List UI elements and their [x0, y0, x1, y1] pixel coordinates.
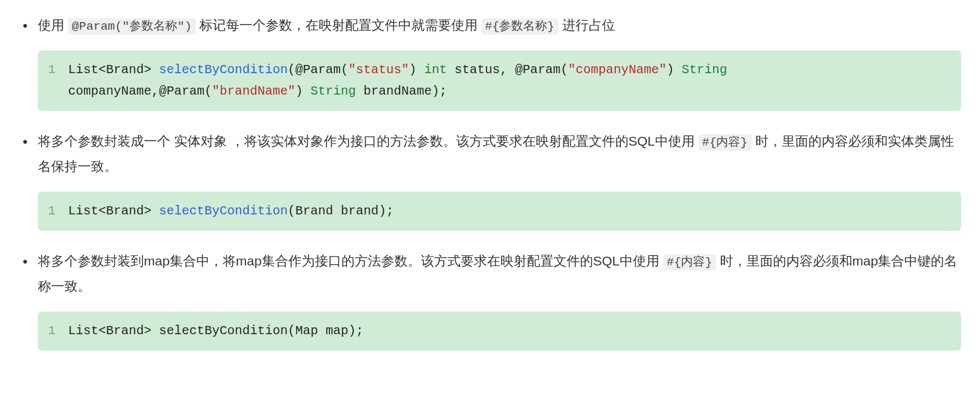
inline-code: #{参数名称} [481, 18, 558, 35]
list-item: 将多个参数封装到map集合中，将map集合作为接口的方法参数。该方式要求在映射配… [38, 248, 961, 351]
code-block-1: 1 List<Brand> selectByCondition(@Param("… [38, 50, 961, 111]
code-block-2: 1 List<Brand> selectByCondition(Brand br… [38, 192, 961, 231]
item-paragraph-3: 将多个参数封装到map集合中，将map集合作为接口的方法参数。该方式要求在映射配… [38, 248, 961, 299]
bullet-list: 使用 @Param("参数名称") 标记每一个参数，在映射配置文件中就需要使用 … [19, 13, 961, 351]
code-content-1: List<Brand> selectByCondition(@Param("st… [68, 59, 950, 102]
item-paragraph-2: 将多个参数封装成一个 实体对象 ，将该实体对象作为接口的方法参数。该方式要求在映… [38, 129, 961, 179]
item-paragraph-1: 使用 @Param("参数名称") 标记每一个参数，在映射配置文件中就需要使用 … [38, 13, 961, 38]
code-content-2: List<Brand> selectByCondition(Brand bran… [68, 201, 950, 222]
code-content-3: List<Brand> selectByCondition(Map map); [68, 320, 950, 342]
list-item: 将多个参数封装成一个 实体对象 ，将该实体对象作为接口的方法参数。该方式要求在映… [38, 129, 961, 231]
inline-code: @Param("参数名称") [68, 18, 196, 35]
line-number: 1 [38, 320, 68, 342]
list-item: 使用 @Param("参数名称") 标记每一个参数，在映射配置文件中就需要使用 … [38, 13, 961, 111]
line-number: 1 [38, 59, 68, 81]
inline-code: #{内容} [663, 254, 716, 271]
code-block-3: 1 List<Brand> selectByCondition(Map map)… [38, 312, 961, 351]
line-number: 1 [38, 201, 68, 222]
inline-code: #{内容} [699, 134, 752, 151]
